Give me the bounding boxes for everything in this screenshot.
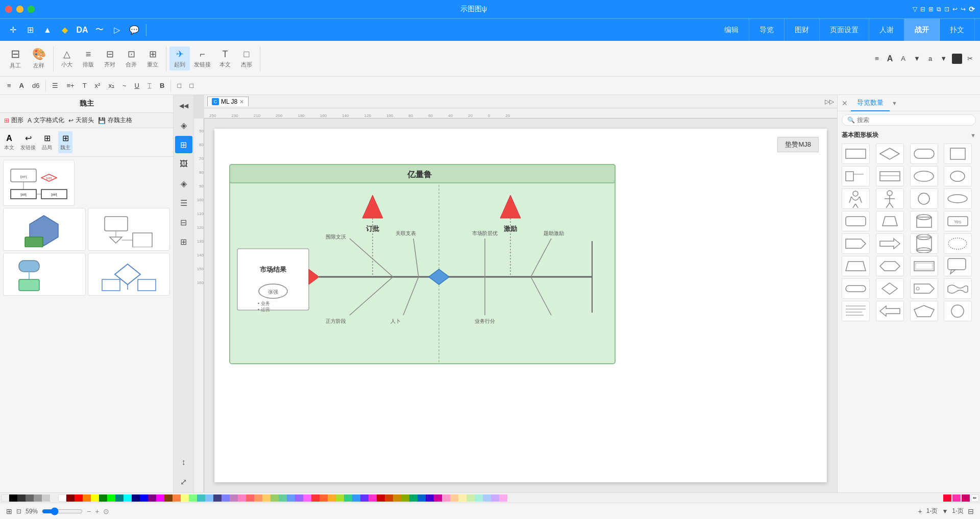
color-transparent[interactable]: [1, 494, 9, 502]
pointer-tool[interactable]: ✛: [5, 22, 20, 38]
shape-text-lines[interactable]: [842, 301, 870, 321]
color-custom-pink[interactable]: [952, 494, 961, 502]
shape-tool[interactable]: □ 杰形: [236, 47, 257, 70]
right-close-btn[interactable]: ✕: [842, 99, 848, 107]
shape-rectangle[interactable]: [842, 144, 870, 164]
align-tool[interactable]: ⊟ 齐对: [100, 46, 120, 70]
close-icon[interactable]: [5, 6, 12, 13]
color-skyblue[interactable]: [205, 494, 213, 502]
fmt2-list2[interactable]: ≡+: [63, 81, 77, 90]
category-toggle[interactable]: ▼: [970, 132, 976, 138]
layers-icon[interactable]: ◈: [175, 175, 192, 192]
resize-icon[interactable]: ↕: [175, 454, 192, 471]
color-custom-magenta[interactable]: [962, 494, 970, 502]
redo-icon[interactable]: ↪: [961, 6, 966, 13]
diamond-btn[interactable]: ◆: [57, 22, 72, 38]
layout-type[interactable]: ⊞ 品局: [42, 133, 52, 151]
color-s26[interactable]: [450, 494, 458, 502]
color-orange1[interactable]: [83, 494, 91, 502]
minimize-icon[interactable]: [16, 6, 23, 13]
arrange-tool[interactable]: ⊞ 重立: [142, 46, 163, 70]
fmt2-superscript[interactable]: x²: [92, 81, 104, 90]
color-red2[interactable]: [75, 494, 83, 502]
shape-ellipse[interactable]: [944, 188, 972, 209]
color-teal1[interactable]: [115, 494, 124, 502]
select-tool[interactable]: ✈ 起到: [169, 46, 190, 70]
curve-btn[interactable]: 〜: [92, 22, 107, 38]
speech-bubble-btn[interactable]: 💬: [127, 22, 142, 38]
shape-arrow-right[interactable]: [876, 233, 904, 254]
fit-btn2[interactable]: ⊡: [16, 508, 21, 515]
color-gray[interactable]: [26, 494, 34, 502]
fmt2-list[interactable]: ☰: [49, 81, 61, 90]
arrow-down-icon[interactable]: ▽: [913, 6, 917, 13]
grid-icon[interactable]: ⊞: [175, 136, 192, 153]
color-s21[interactable]: [409, 494, 418, 502]
fmt2-strike[interactable]: ~: [119, 81, 130, 90]
fmt-font-size-up[interactable]: A: [884, 53, 896, 64]
shape-speech-bubble[interactable]: [944, 256, 972, 276]
fmt2-copy[interactable]: □: [174, 81, 184, 90]
shape-circle2[interactable]: [944, 301, 972, 321]
flowchart-1[interactable]: [3, 208, 86, 251]
zoom-preset[interactable]: ⊙: [103, 507, 109, 515]
color-s24[interactable]: [434, 494, 442, 502]
color-s18[interactable]: [385, 494, 393, 502]
shape-preview-1[interactable]: ţxeţ ţxeţ ţxeţ ţxeţ: [3, 160, 75, 206]
tab-page[interactable]: 页面设置: [820, 19, 869, 41]
tab-edit[interactable]: 编辑: [714, 19, 749, 41]
fmt-align[interactable]: ≡: [872, 54, 882, 63]
fmt2-underline[interactable]: U: [132, 81, 142, 90]
color-s23[interactable]: [426, 494, 434, 502]
tab-shape[interactable]: 图财: [785, 19, 820, 41]
zoom-plus[interactable]: +: [95, 507, 99, 515]
text-type[interactable]: A 本文: [4, 134, 14, 151]
color-s16[interactable]: [369, 494, 377, 502]
color-green2[interactable]: [107, 494, 115, 502]
color-s5[interactable]: [279, 494, 287, 502]
flowchart-4[interactable]: [88, 253, 170, 296]
color-lime1[interactable]: [189, 494, 197, 502]
fmt-dropdown1[interactable]: ▼: [911, 54, 923, 63]
color-red1[interactable]: [66, 494, 75, 502]
shape-cylinder[interactable]: [910, 211, 938, 231]
shape-trapezoid2[interactable]: [842, 256, 870, 276]
color-blue2[interactable]: [140, 494, 148, 502]
color-s6[interactable]: [287, 494, 295, 502]
color-black[interactable]: [9, 494, 17, 502]
fmt-font-size-down[interactable]: A: [898, 54, 909, 63]
flowchart-3[interactable]: [3, 253, 86, 296]
color-s15[interactable]: [360, 494, 369, 502]
color-s14[interactable]: [352, 494, 360, 502]
undo-icon[interactable]: ↩: [952, 6, 958, 13]
shape-cylinder2[interactable]: [910, 233, 938, 254]
color-s4[interactable]: [271, 494, 279, 502]
active-file-tab[interactable]: C ML J8 ✕: [207, 97, 249, 106]
color-s29[interactable]: [475, 494, 483, 502]
color-s31[interactable]: [491, 494, 499, 502]
shape-person[interactable]: [842, 188, 870, 209]
connector-tool[interactable]: ⌐ 发链接: [191, 47, 214, 70]
fmt2-overline[interactable]: ⌶: [144, 81, 155, 90]
text-btn[interactable]: DA: [75, 22, 90, 38]
window-btn-2[interactable]: ⊞: [928, 6, 934, 13]
shape-stick-person[interactable]: [876, 188, 904, 209]
shape-narrow-rect[interactable]: [944, 144, 972, 164]
color-green1[interactable]: [99, 494, 107, 502]
text-format-tab[interactable]: A 文字格式化: [28, 116, 64, 125]
shapes-tab[interactable]: ⊞ 图形: [4, 116, 23, 125]
fit-view-btn[interactable]: ⊞: [6, 507, 12, 515]
color-s8[interactable]: [303, 494, 311, 502]
layout-tool[interactable]: ≡ 排版: [78, 47, 99, 70]
text-tool[interactable]: T 本文: [215, 47, 235, 70]
collapse-btn[interactable]: ◀◀: [175, 97, 192, 114]
zoom-value[interactable]: 59%: [26, 508, 38, 515]
fmt2-bold[interactable]: B: [157, 81, 167, 90]
window-btn-4[interactable]: ⊡: [944, 6, 949, 13]
color-yellow2[interactable]: [181, 494, 189, 502]
shape-blob[interactable]: [944, 233, 972, 254]
fmt2-font-a[interactable]: A: [16, 81, 27, 90]
shape-circle[interactable]: [910, 188, 938, 209]
window-btn-3[interactable]: ⧉: [937, 6, 941, 13]
shape-yes-tag[interactable]: Yes: [944, 211, 972, 231]
